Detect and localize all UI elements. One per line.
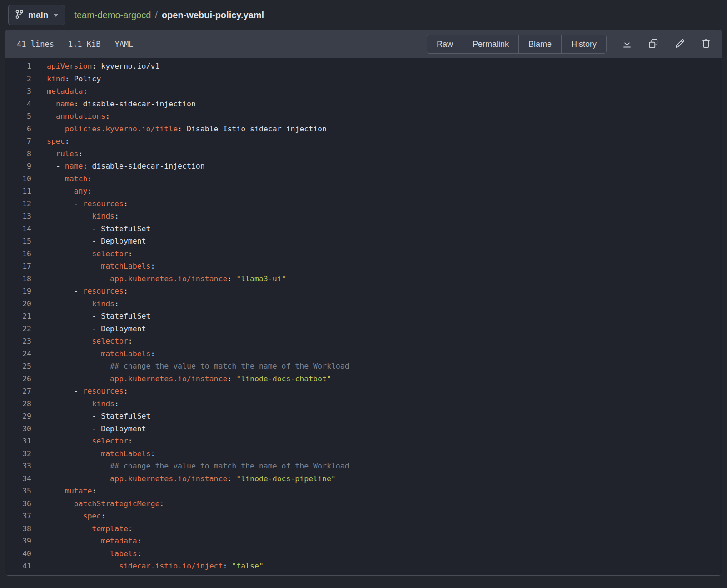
pencil-icon bbox=[674, 38, 686, 51]
line-number[interactable]: 27 bbox=[5, 385, 31, 398]
line-content: ## change the value to match the name of… bbox=[47, 360, 349, 373]
line-number[interactable]: 4 bbox=[5, 98, 31, 110]
line-number[interactable]: 37 bbox=[5, 510, 31, 523]
line-content: rules: bbox=[47, 148, 83, 160]
line-number[interactable]: 12 bbox=[5, 198, 31, 210]
line-content: app.kubernetes.io/instance: "linode-docs… bbox=[47, 373, 331, 385]
permalink-button[interactable]: Permalink bbox=[463, 35, 518, 53]
file-size: 1.1 KiB bbox=[68, 40, 101, 49]
line-number[interactable]: 29 bbox=[5, 410, 31, 423]
line-number[interactable]: 31 bbox=[5, 435, 31, 448]
line-number[interactable]: 34 bbox=[5, 473, 31, 485]
code-viewer: 1apiVersion: kyverno.io/v12kind: Policy3… bbox=[5, 58, 722, 575]
line-number[interactable]: 16 bbox=[5, 248, 31, 260]
line-content: match: bbox=[47, 173, 92, 185]
line-content: kind: Policy bbox=[47, 73, 101, 85]
code-line: 18 app.kubernetes.io/instance: "llama3-u… bbox=[5, 273, 722, 285]
code-line: 1apiVersion: kyverno.io/v1 bbox=[5, 60, 722, 73]
line-number[interactable]: 26 bbox=[5, 373, 31, 385]
code-line: 32 matchLabels: bbox=[5, 448, 722, 460]
code-line: 9 - name: disable-sidecar-injection bbox=[5, 160, 722, 173]
line-number[interactable]: 6 bbox=[5, 123, 31, 135]
branch-name: main bbox=[28, 10, 48, 20]
code-line: 28 kinds: bbox=[5, 398, 722, 410]
line-number[interactable]: 19 bbox=[5, 285, 31, 298]
line-content: labels: bbox=[47, 548, 142, 560]
line-number[interactable]: 8 bbox=[5, 148, 31, 160]
code-line: 38 template: bbox=[5, 523, 722, 535]
trash-icon bbox=[700, 38, 712, 51]
line-number[interactable]: 18 bbox=[5, 273, 31, 285]
line-content: template: bbox=[47, 523, 133, 535]
line-content: - Deployment bbox=[47, 423, 146, 435]
line-number[interactable]: 13 bbox=[5, 210, 31, 223]
line-number[interactable]: 14 bbox=[5, 223, 31, 235]
download-button[interactable] bbox=[621, 38, 633, 50]
raw-button[interactable]: Raw bbox=[427, 35, 463, 53]
line-number[interactable]: 41 bbox=[5, 560, 31, 573]
line-number[interactable]: 7 bbox=[5, 135, 31, 148]
code-line: 6 policies.kyverno.io/title: Disable Ist… bbox=[5, 123, 722, 135]
line-content: annotations: bbox=[47, 110, 110, 123]
line-number[interactable]: 23 bbox=[5, 335, 31, 348]
line-content: metadata: bbox=[47, 85, 87, 98]
code-line: 41 sidecar.istio.io/inject: "false" bbox=[5, 560, 722, 573]
line-content: - StatefulSet bbox=[47, 223, 150, 235]
line-number[interactable]: 40 bbox=[5, 548, 31, 560]
line-number[interactable]: 22 bbox=[5, 323, 31, 335]
code-line: 2kind: Policy bbox=[5, 73, 722, 85]
line-number[interactable]: 21 bbox=[5, 310, 31, 323]
line-number[interactable]: 33 bbox=[5, 460, 31, 473]
line-number[interactable]: 2 bbox=[5, 73, 31, 85]
code-line: 33 ## change the value to match the name… bbox=[5, 460, 722, 473]
breadcrumb: team-demo-argocd / open-webui-policy.yam… bbox=[74, 10, 264, 20]
top-bar: main team-demo-argocd / open-webui-polic… bbox=[0, 0, 727, 25]
line-number[interactable]: 20 bbox=[5, 298, 31, 310]
line-content: selector: bbox=[47, 435, 133, 448]
repo-link[interactable]: team-demo-argocd bbox=[74, 10, 151, 20]
download-icon bbox=[621, 38, 633, 51]
file-language: YAML bbox=[115, 40, 134, 49]
line-number[interactable]: 24 bbox=[5, 348, 31, 360]
stats-divider bbox=[61, 38, 61, 50]
line-number[interactable]: 25 bbox=[5, 360, 31, 373]
edit-button[interactable] bbox=[673, 38, 686, 50]
line-number[interactable]: 30 bbox=[5, 423, 31, 435]
blame-button[interactable]: Blame bbox=[518, 35, 561, 53]
view-button-group: Raw Permalink Blame History bbox=[427, 35, 607, 54]
line-number[interactable]: 32 bbox=[5, 448, 31, 460]
history-button[interactable]: History bbox=[561, 35, 606, 53]
line-number[interactable]: 39 bbox=[5, 535, 31, 548]
line-content: - StatefulSet bbox=[47, 410, 150, 423]
line-number[interactable]: 3 bbox=[5, 85, 31, 98]
line-number[interactable]: 10 bbox=[5, 173, 31, 185]
code-line: 3metadata: bbox=[5, 85, 722, 98]
copy-button[interactable] bbox=[647, 38, 659, 50]
line-content: apiVersion: kyverno.io/v1 bbox=[47, 60, 159, 73]
line-number[interactable]: 15 bbox=[5, 235, 31, 248]
line-number[interactable]: 5 bbox=[5, 110, 31, 123]
code-line: 40 labels: bbox=[5, 548, 722, 560]
line-content: patchStrategicMerge: bbox=[47, 498, 164, 510]
code-line: 39 metadata: bbox=[5, 535, 722, 548]
code-line: 19 - resources: bbox=[5, 285, 722, 298]
file-stats: 41 lines 1.1 KiB YAML bbox=[17, 38, 134, 50]
line-number[interactable]: 36 bbox=[5, 498, 31, 510]
stats-divider bbox=[108, 38, 108, 50]
code-line: 14 - StatefulSet bbox=[5, 223, 722, 235]
line-number[interactable]: 11 bbox=[5, 185, 31, 198]
code-line: 27 - resources: bbox=[5, 385, 722, 398]
line-number[interactable]: 35 bbox=[5, 485, 31, 498]
line-content: name: disable-sidecar-injection bbox=[47, 98, 196, 110]
line-number[interactable]: 17 bbox=[5, 260, 31, 273]
line-number[interactable]: 9 bbox=[5, 160, 31, 173]
code-line: 29 - StatefulSet bbox=[5, 410, 722, 423]
code-line: 26 app.kubernetes.io/instance: "linode-d… bbox=[5, 373, 722, 385]
delete-button[interactable] bbox=[700, 38, 712, 50]
line-content: - Deployment bbox=[47, 235, 146, 248]
copy-icon bbox=[647, 38, 659, 51]
line-number[interactable]: 1 bbox=[5, 60, 31, 73]
line-number[interactable]: 38 bbox=[5, 523, 31, 535]
branch-selector[interactable]: main bbox=[8, 5, 65, 25]
line-number[interactable]: 28 bbox=[5, 398, 31, 410]
